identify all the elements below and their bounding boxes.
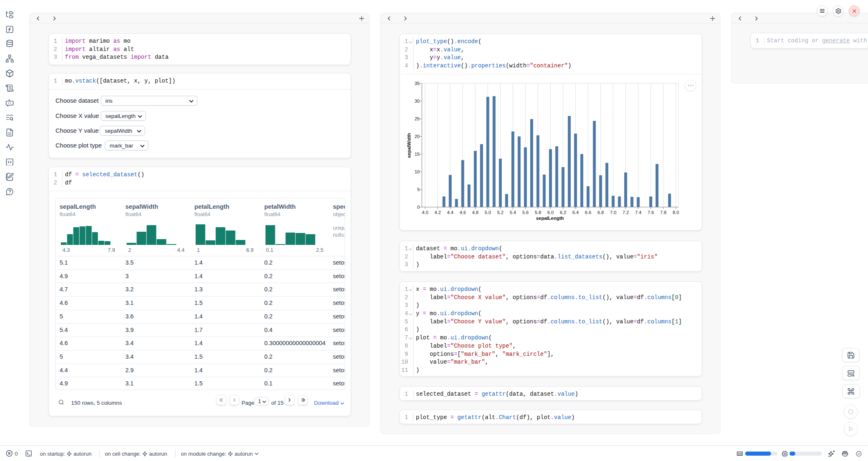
svg-text:7.2: 7.2: [623, 210, 629, 215]
svg-text:35: 35: [415, 81, 420, 86]
svg-text:7.6: 7.6: [648, 210, 654, 215]
svg-text:5.6: 5.6: [522, 210, 529, 215]
svg-text:4.8: 4.8: [472, 210, 478, 215]
svg-text:6.2: 6.2: [560, 210, 566, 215]
svg-text:4.0: 4.0: [422, 210, 428, 215]
svg-text:sepalWidth: sepalWidth: [406, 133, 411, 158]
svg-text:6.6: 6.6: [585, 210, 591, 215]
svg-text:6.8: 6.8: [598, 210, 604, 215]
svg-text:30: 30: [415, 99, 420, 104]
svg-text:6.0: 6.0: [547, 210, 554, 215]
svg-text:sepalLength: sepalLength: [536, 216, 564, 221]
svg-text:5.8: 5.8: [535, 210, 541, 215]
svg-text:7.4: 7.4: [635, 210, 641, 215]
svg-text:20: 20: [415, 134, 420, 139]
svg-text:0: 0: [417, 205, 420, 210]
svg-text:25: 25: [415, 116, 420, 121]
svg-text:5: 5: [417, 187, 420, 192]
svg-text:7.0: 7.0: [610, 210, 616, 215]
svg-text:10: 10: [415, 169, 420, 174]
svg-text:5.4: 5.4: [510, 210, 516, 215]
svg-text:8.0: 8.0: [673, 210, 679, 215]
svg-text:7.8: 7.8: [660, 210, 666, 215]
svg-text:4.2: 4.2: [434, 210, 441, 215]
svg-text:4.4: 4.4: [447, 210, 453, 215]
svg-text:4.6: 4.6: [459, 210, 466, 215]
svg-text:5.2: 5.2: [497, 210, 503, 215]
svg-text:5.0: 5.0: [485, 210, 491, 215]
svg-text:15: 15: [415, 152, 420, 157]
svg-text:6.4: 6.4: [573, 210, 579, 215]
